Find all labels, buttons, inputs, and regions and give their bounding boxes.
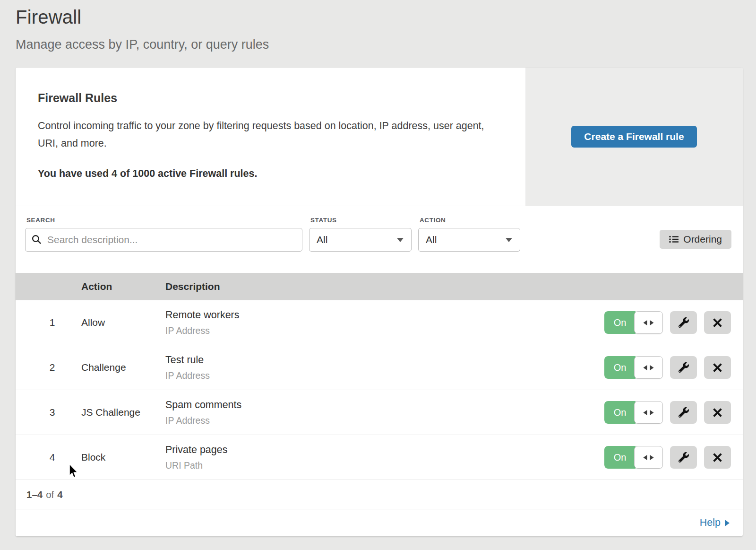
toggle-handle[interactable] [634, 356, 663, 379]
ordered-list-icon [669, 236, 679, 243]
delete-rule-button[interactable] [704, 311, 731, 334]
delete-rule-button[interactable] [704, 401, 731, 424]
table-row: 1 Allow Remote workers IP Address On [16, 300, 743, 345]
rule-match-type: URI Path [165, 460, 604, 471]
close-icon [713, 318, 722, 328]
status-filter: STATUS All [309, 217, 412, 273]
overview-usage: You have used 4 of 1000 active Firewall … [38, 168, 492, 180]
search-filter: SEARCH [25, 217, 302, 273]
search-label: SEARCH [25, 217, 302, 224]
pagination-total: 4 [57, 489, 62, 500]
delete-rule-button[interactable] [704, 356, 731, 379]
status-select-value: All [317, 234, 327, 245]
wrench-icon [679, 452, 689, 463]
rule-action: Challenge [81, 362, 165, 373]
rule-action: Allow [81, 317, 165, 328]
rule-enabled-toggle[interactable]: On [604, 401, 663, 424]
page-title: Firewall [16, 7, 756, 28]
chevron-down-icon [397, 238, 404, 242]
rule-action: Block [81, 452, 165, 463]
overview-action-panel: Create a Firewall rule [525, 68, 743, 206]
chevron-down-icon [506, 238, 512, 242]
rule-match-type: IP Address [165, 415, 604, 426]
wrench-icon [679, 317, 689, 328]
delete-rule-button[interactable] [704, 446, 731, 469]
help-bar: Help [16, 509, 743, 536]
rule-controls: On [604, 311, 743, 334]
action-select-value: All [426, 234, 437, 245]
rule-description: Test rule [165, 354, 604, 366]
create-firewall-rule-button[interactable]: Create a Firewall rule [571, 126, 696, 148]
rule-match-type: IP Address [165, 370, 604, 381]
toggle-on-label: On [604, 401, 636, 424]
help-link[interactable]: Help [700, 517, 730, 529]
drag-arrows-icon [643, 454, 654, 461]
table-header: Action Description [16, 273, 743, 300]
pagination-range: 1–4 [26, 489, 43, 500]
rule-description: Private pages [165, 444, 604, 456]
edit-rule-button[interactable] [670, 446, 697, 469]
help-link-label: Help [700, 517, 721, 529]
page-subtitle: Manage access by IP, country, or query r… [16, 37, 756, 52]
firewall-rules-card: Firewall Rules Control incoming traffic … [16, 68, 743, 536]
rule-controls: On [604, 401, 743, 424]
action-label: ACTION [418, 217, 520, 224]
action-select[interactable]: All [418, 228, 520, 252]
ordering-button[interactable]: Ordering [660, 230, 731, 249]
toggle-handle[interactable] [634, 401, 663, 424]
edit-rule-button[interactable] [670, 401, 697, 424]
table-row: 4 Block Private pages URI Path On [16, 435, 743, 480]
filter-bar: SEARCH STATUS All ACTION All [16, 206, 743, 273]
action-filter: ACTION All [418, 217, 520, 273]
toggle-on-label: On [604, 356, 636, 379]
overview-description: Control incoming traffic to your zone by… [38, 117, 492, 152]
arrow-right-icon [725, 520, 730, 526]
toggle-handle[interactable] [634, 311, 663, 334]
rule-description: Remote workers [165, 309, 604, 321]
overview-heading: Firewall Rules [38, 91, 492, 105]
ordering-button-label: Ordering [683, 234, 722, 245]
table-row: 3 JS Challenge Spam comments IP Address … [16, 390, 743, 435]
overview-section: Firewall Rules Control incoming traffic … [16, 68, 743, 206]
toggle-handle[interactable] [634, 446, 663, 469]
rule-priority: 1 [16, 317, 81, 328]
edit-rule-button[interactable] [670, 356, 697, 379]
description-column-header: Description [165, 281, 743, 292]
rule-description: Spam comments [165, 399, 604, 411]
edit-rule-button[interactable] [670, 311, 697, 334]
toggle-on-label: On [604, 311, 636, 334]
action-column-header: Action [81, 281, 165, 292]
drag-arrows-icon [643, 320, 654, 326]
pagination: 1–4 of 4 [16, 480, 743, 509]
close-icon [713, 363, 722, 373]
rule-priority: 4 [16, 452, 81, 463]
rule-controls: On [604, 446, 743, 469]
pagination-of: of [46, 489, 54, 500]
close-icon [713, 408, 722, 418]
search-input[interactable] [25, 228, 302, 252]
search-icon [32, 235, 42, 244]
overview-text: Firewall Rules Control incoming traffic … [16, 68, 525, 206]
page-header: Firewall Manage access by IP, country, o… [0, 0, 756, 52]
table-row: 2 Challenge Test rule IP Address On [16, 345, 743, 390]
rule-description-cell: Remote workers IP Address [165, 309, 604, 336]
toggle-on-label: On [604, 446, 636, 469]
close-icon [713, 453, 722, 463]
rule-description-cell: Test rule IP Address [165, 354, 604, 381]
status-select[interactable]: All [309, 228, 412, 252]
rule-priority: 2 [16, 362, 81, 373]
wrench-icon [679, 407, 689, 418]
rule-match-type: IP Address [165, 325, 604, 336]
status-label: STATUS [309, 217, 412, 224]
rule-action: JS Challenge [81, 407, 165, 418]
rule-description-cell: Spam comments IP Address [165, 399, 604, 426]
drag-arrows-icon [643, 410, 654, 416]
rule-enabled-toggle[interactable]: On [604, 311, 663, 334]
rule-enabled-toggle[interactable]: On [604, 446, 663, 469]
rule-controls: On [604, 356, 743, 379]
rule-priority: 3 [16, 407, 81, 418]
drag-arrows-icon [643, 365, 654, 371]
rule-enabled-toggle[interactable]: On [604, 356, 663, 379]
rule-description-cell: Private pages URI Path [165, 444, 604, 471]
wrench-icon [679, 362, 689, 373]
